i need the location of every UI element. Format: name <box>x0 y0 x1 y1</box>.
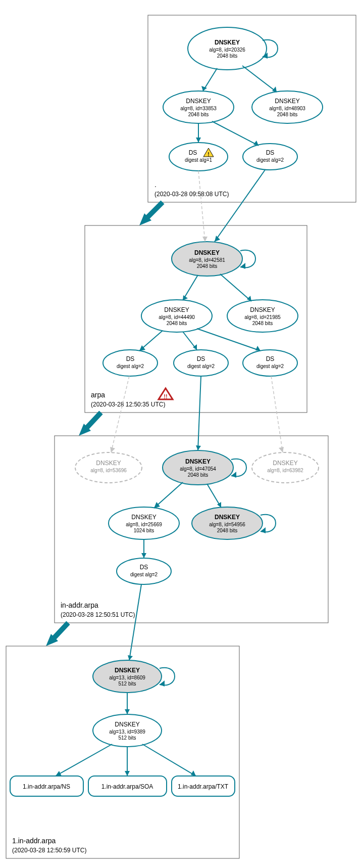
svg-text:alg=8, id=20326: alg=8, id=20326 <box>209 47 245 53</box>
svg-text:!: ! <box>208 152 209 157</box>
svg-text:digest alg=2: digest alg=2 <box>256 363 284 369</box>
svg-text:alg=8, id=48903: alg=8, id=48903 <box>269 106 305 111</box>
svg-text:1.in-addr.arpa/TXT: 1.in-addr.arpa/TXT <box>178 783 229 790</box>
svg-text:alg=8, id=25669: alg=8, id=25669 <box>126 522 162 527</box>
node-arpa-ksk: DNSKEY alg=8, id=42581 2048 bits <box>172 242 255 276</box>
svg-text:DNSKEY: DNSKEY <box>275 98 299 105</box>
svg-text:DNSKEY: DNSKEY <box>96 460 121 467</box>
svg-text:alg=8, id=54956: alg=8, id=54956 <box>209 522 245 527</box>
node-inaddr-ghost2: DNSKEY alg=8, id=63982 <box>252 452 319 483</box>
svg-marker-59 <box>255 346 261 351</box>
node-one-soa: 1.in-addr.arpa/SOA <box>88 776 167 796</box>
svg-text:alg=8, id=44490: alg=8, id=44490 <box>159 314 195 320</box>
svg-text:DNSKEY: DNSKEY <box>185 458 211 465</box>
zone-one-name: 1.in-addr.arpa <box>12 837 56 845</box>
svg-text:DS: DS <box>140 564 148 571</box>
svg-text:alg=8, id=63982: alg=8, id=63982 <box>267 468 303 473</box>
zone-inaddr: in-addr.arpa (2020-03-28 12:50:51 UTC) D… <box>55 376 328 623</box>
svg-text:2048 bits: 2048 bits <box>188 472 209 478</box>
svg-text:alg=8, id=42581: alg=8, id=42581 <box>189 257 225 263</box>
node-arpa-ds3: DS digest alg=2 <box>243 350 297 376</box>
svg-text:DNSKEY: DNSKEY <box>186 98 211 105</box>
svg-marker-25 <box>196 138 201 143</box>
node-root-ds1: DS digest alg=1 ! <box>169 143 228 171</box>
svg-text:2048 bits: 2048 bits <box>197 263 218 269</box>
node-inaddr-key2: DNSKEY alg=8, id=54956 2048 bits <box>192 507 276 539</box>
node-inaddr-ds: DS digest alg=2 <box>117 558 171 584</box>
node-arpa-zsk1: DNSKEY alg=8, id=44490 2048 bits <box>141 300 212 332</box>
svg-text:DS: DS <box>189 149 197 156</box>
svg-text:2048 bits: 2048 bits <box>188 112 209 117</box>
svg-text:DNSKEY: DNSKEY <box>131 514 156 521</box>
svg-marker-86 <box>196 445 201 450</box>
node-root-zsk2: DNSKEY alg=8, id=48903 2048 bits <box>252 91 323 123</box>
svg-point-15 <box>169 143 228 171</box>
svg-text:DNSKEY: DNSKEY <box>115 721 139 728</box>
svg-text:DNSKEY: DNSKEY <box>215 514 240 521</box>
node-one-ns: 1.in-addr.arpa/NS <box>10 776 83 796</box>
zone-arpa-name: arpa <box>91 391 105 399</box>
svg-text:DS: DS <box>266 149 275 156</box>
zone-inaddr-name: in-addr.arpa <box>61 601 98 609</box>
zone-one-ts: (2020-03-28 12:50:59 UTC) <box>12 847 86 854</box>
svg-text:2048 bits: 2048 bits <box>217 53 238 59</box>
svg-text:digest alg=1: digest alg=1 <box>185 157 213 163</box>
svg-text:!!: !! <box>164 393 167 399</box>
svg-point-20 <box>243 144 297 170</box>
zone-arpa-ts: (2020-03-28 12:50:35 UTC) <box>91 401 165 408</box>
svg-text:digest alg=2: digest alg=2 <box>256 157 284 163</box>
svg-point-44 <box>103 350 158 376</box>
svg-text:512 bits: 512 bits <box>118 681 136 687</box>
svg-marker-89 <box>217 502 221 508</box>
svg-text:2048 bits: 2048 bits <box>277 112 298 117</box>
svg-marker-85 <box>110 447 115 452</box>
svg-text:1024 bits: 1024 bits <box>134 528 154 533</box>
zone-inaddr-ts: (2020-03-28 12:50:51 UTC) <box>61 611 135 618</box>
node-one-ksk: DNSKEY alg=13, id=8609 512 bits <box>93 660 175 693</box>
svg-text:alg=8, id=33853: alg=8, id=33853 <box>180 106 217 111</box>
zone-root: . (2020-03-28 09:58:08 UTC) DNSKEY alg=8… <box>148 15 356 202</box>
svg-text:DS: DS <box>126 355 135 362</box>
svg-text:alg=13, id=9389: alg=13, id=9389 <box>109 729 145 735</box>
svg-point-50 <box>243 350 297 376</box>
node-root-ds2: DS digest alg=2 <box>243 144 297 170</box>
svg-text:alg=13, id=8609: alg=13, id=8609 <box>109 675 145 680</box>
node-root-zsk1: DNSKEY alg=8, id=33853 2048 bits <box>163 91 234 123</box>
svg-text:digest alg=2: digest alg=2 <box>187 363 215 369</box>
svg-text:alg=8, id=47054: alg=8, id=47054 <box>180 466 216 472</box>
svg-point-47 <box>174 350 228 376</box>
svg-text:digest alg=2: digest alg=2 <box>117 363 144 369</box>
svg-text:2048 bits: 2048 bits <box>217 528 238 533</box>
svg-text:DNSKEY: DNSKEY <box>194 249 220 256</box>
error-icon: !! <box>159 388 173 399</box>
svg-text:1.in-addr.arpa/SOA: 1.in-addr.arpa/SOA <box>101 783 153 790</box>
svg-text:alg=8, id=53696: alg=8, id=53696 <box>90 468 127 473</box>
svg-text:DNSKEY: DNSKEY <box>250 306 275 313</box>
node-one-txt: 1.in-addr.arpa/TXT <box>172 776 235 796</box>
node-arpa-zsk2: DNSKEY alg=8, id=21985 2048 bits <box>227 300 298 332</box>
svg-text:1.in-addr.arpa/NS: 1.in-addr.arpa/NS <box>23 783 70 790</box>
zone-arpa: arpa (2020-03-28 12:50:35 UTC) !! DNSKEY… <box>85 170 307 413</box>
zone-root-ts: (2020-03-28 09:58:08 UTC) <box>154 191 229 198</box>
node-inaddr-zsk: DNSKEY alg=8, id=25669 1024 bits <box>109 507 179 539</box>
svg-text:DNSKEY: DNSKEY <box>164 306 189 313</box>
svg-text:DS: DS <box>197 355 205 362</box>
svg-marker-108 <box>128 655 133 660</box>
svg-text:512 bits: 512 bits <box>118 735 136 741</box>
svg-text:2048 bits: 2048 bits <box>252 321 273 326</box>
svg-marker-90 <box>141 553 146 558</box>
svg-marker-111 <box>125 771 130 776</box>
node-inaddr-ksk: DNSKEY alg=8, id=47054 2048 bits <box>163 450 246 485</box>
node-root-ksk: DNSKEY alg=8, id=20326 2048 bits <box>188 27 278 70</box>
svg-text:DNSKEY: DNSKEY <box>215 39 240 46</box>
zone-one: 1.in-addr.arpa (2020-03-28 12:50:59 UTC)… <box>6 584 239 858</box>
dnssec-graph: . (2020-03-28 09:58:08 UTC) DNSKEY alg=8… <box>0 0 362 868</box>
svg-point-82 <box>117 558 171 584</box>
node-one-zsk: DNSKEY alg=13, id=9389 512 bits <box>93 714 162 747</box>
node-arpa-ds2: DS digest alg=2 <box>174 350 228 376</box>
svg-text:DNSKEY: DNSKEY <box>273 460 297 467</box>
svg-text:digest alg=2: digest alg=2 <box>130 572 158 577</box>
svg-marker-54 <box>215 236 220 242</box>
svg-marker-109 <box>125 709 130 714</box>
node-arpa-ds1: DS digest alg=2 <box>103 350 158 376</box>
